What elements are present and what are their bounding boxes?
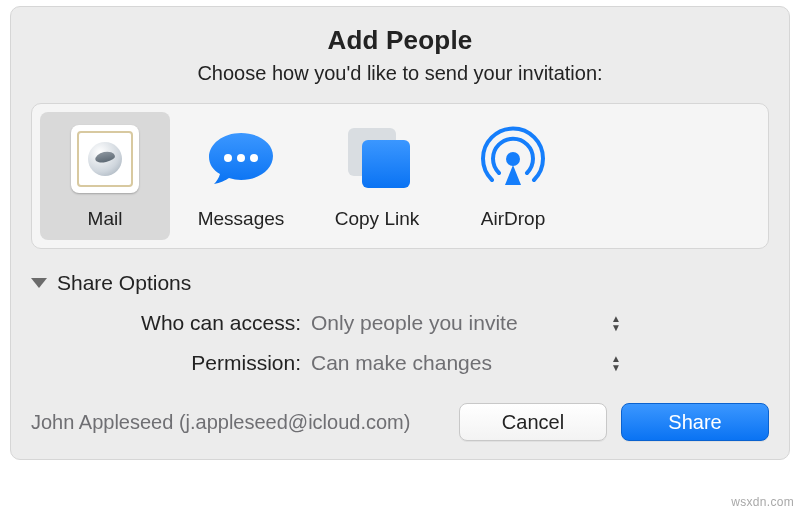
send-option-label: Copy Link [335, 208, 420, 230]
sheet-subtitle: Choose how you'd like to send your invit… [31, 62, 769, 85]
copy-link-icon [342, 112, 412, 206]
access-label: Who can access: [81, 311, 301, 335]
send-option-copy-link[interactable]: Copy Link [312, 112, 442, 240]
watermark: wsxdn.com [731, 495, 794, 509]
popup-stepper-icon: ▲▼ [611, 315, 621, 332]
disclosure-triangle-icon [31, 278, 47, 288]
svg-point-3 [506, 152, 520, 166]
permission-popup[interactable]: Can make changes ▲▼ [311, 351, 621, 375]
mail-icon [71, 112, 139, 206]
share-options-label: Share Options [57, 271, 191, 295]
popup-stepper-icon: ▲▼ [611, 355, 621, 372]
send-option-label: Mail [88, 208, 123, 230]
owner-identity: John Appleseed (j.appleseed@icloud.com) [31, 411, 445, 434]
messages-icon [206, 112, 276, 206]
send-option-airdrop[interactable]: AirDrop [448, 112, 578, 240]
sheet-title: Add People [31, 25, 769, 56]
share-options-disclosure[interactable]: Share Options [31, 271, 769, 295]
send-option-messages[interactable]: Messages [176, 112, 306, 240]
send-option-label: AirDrop [481, 208, 545, 230]
svg-point-1 [237, 154, 245, 162]
add-people-sheet: Add People Choose how you'd like to send… [10, 6, 790, 460]
send-option-label: Messages [198, 208, 285, 230]
permission-value: Can make changes [311, 351, 492, 375]
access-value: Only people you invite [311, 311, 518, 335]
svg-point-2 [250, 154, 258, 162]
send-options-row: Mail [31, 103, 769, 249]
cancel-button[interactable]: Cancel [459, 403, 607, 441]
sheet-footer: John Appleseed (j.appleseed@icloud.com) … [31, 403, 769, 441]
share-button[interactable]: Share [621, 403, 769, 441]
access-popup[interactable]: Only people you invite ▲▼ [311, 311, 621, 335]
svg-point-0 [224, 154, 232, 162]
airdrop-icon [479, 112, 547, 206]
permission-label: Permission: [81, 351, 301, 375]
share-options-form: Who can access: Only people you invite ▲… [81, 311, 749, 375]
send-option-mail[interactable]: Mail [40, 112, 170, 240]
